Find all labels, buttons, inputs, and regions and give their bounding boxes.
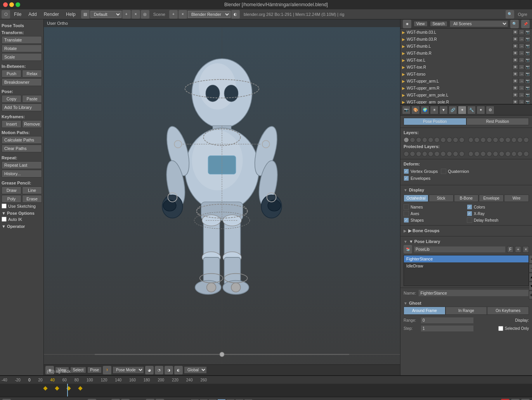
viewport-shade4-icon[interactable]: ◐	[174, 366, 183, 374]
blender-logo[interactable]: ⬡	[2, 10, 10, 19]
vis-arrow-3[interactable]: →	[519, 50, 524, 56]
outliner-item-wgt-upper-arm-r[interactable]: ▶ WGT-upper_arm.R 👁 → 📷	[400, 84, 532, 91]
prot-dot-3[interactable]	[416, 151, 421, 157]
range-input[interactable]	[421, 317, 474, 324]
outliner-item-wgt-thumb03l[interactable]: ▶ WGT-thumb.03.L 👁 → 📷	[400, 29, 532, 36]
delay-refresh-checkbox[interactable]	[467, 217, 472, 223]
vis-arrow-6[interactable]: →	[519, 71, 524, 77]
pose-lib-add-side-btn[interactable]: +	[529, 255, 532, 264]
prot-dot-5[interactable]	[428, 151, 433, 157]
vis-eye-3[interactable]: 👁	[513, 50, 518, 56]
colors-check-item[interactable]: ✓ Colors	[467, 204, 529, 210]
shapes-check-item[interactable]: ✓ Shapes	[404, 217, 466, 223]
vis-arrow-9[interactable]: →	[519, 92, 524, 98]
prot-dot-12[interactable]	[474, 151, 480, 157]
layer-dot-1-10[interactable]	[459, 137, 464, 143]
prot-dot-11[interactable]	[468, 151, 474, 157]
prot-dot-15[interactable]	[493, 151, 498, 157]
delay-refresh-check-item[interactable]: Delay Refresh	[467, 217, 529, 223]
view-mode-icon[interactable]: ▤	[81, 10, 90, 19]
vis-arrow-10[interactable]: →	[519, 99, 524, 104]
prot-dot-18[interactable]	[511, 151, 517, 157]
draw-button[interactable]: Draw	[2, 186, 21, 194]
layer-dot-2-6[interactable]	[499, 137, 504, 143]
use-sketching-checkbox[interactable]	[2, 203, 7, 209]
vis-cam-4[interactable]: 📷	[525, 57, 530, 63]
wire-button[interactable]: Wire	[504, 195, 529, 202]
pose-lib-add-button[interactable]: +	[515, 246, 521, 253]
vis-eye-4[interactable]: 👁	[513, 57, 518, 63]
prop-btn-world[interactable]: ☀	[430, 106, 438, 114]
erase-button[interactable]: Erase	[22, 195, 42, 203]
layer-dot-1-3[interactable]	[416, 137, 421, 143]
prot-dot-20[interactable]	[523, 151, 529, 157]
breakdowner-button[interactable]: Breakdowner	[2, 78, 42, 86]
line-button[interactable]: Line	[22, 186, 42, 194]
axes-check-item[interactable]: Axes	[404, 211, 466, 216]
rotate-button[interactable]: Rotate	[2, 45, 42, 52]
window-controls[interactable]	[3, 2, 20, 7]
quaternion-checkbox[interactable]	[441, 169, 446, 174]
vis-eye-5[interactable]: 👁	[513, 64, 518, 70]
pose-library-name-input[interactable]	[414, 246, 506, 253]
envelope-button[interactable]: Envelope	[479, 195, 504, 202]
vis-arrow-8[interactable]: →	[519, 85, 524, 91]
menu-add[interactable]: Add	[25, 11, 40, 18]
prot-dot-10[interactable]	[459, 151, 464, 157]
pose-lib-rem-side-btn[interactable]: −	[529, 264, 532, 272]
operator-title[interactable]: ▼ Operator	[2, 224, 42, 229]
names-check-item[interactable]: Names	[404, 204, 466, 210]
remove-button[interactable]: Remove	[22, 120, 42, 128]
around-frame-button[interactable]: Around Frame	[404, 307, 445, 315]
layer-dot-1-2[interactable]	[410, 137, 415, 143]
vertex-groups-check[interactable]: ✓ Vertex Groups	[404, 169, 438, 174]
prot-dot-13[interactable]	[480, 151, 486, 157]
viewport-shading2-icon[interactable]: ◔	[155, 366, 163, 374]
menu-help[interactable]: Help	[63, 11, 79, 18]
outliner-search-icon[interactable]: 🔍	[510, 20, 519, 28]
pose-lib-remove-button[interactable]: ×	[523, 246, 529, 253]
pose-lib-up-btn[interactable]: ▲	[529, 273, 532, 281]
quaternion-check[interactable]: Quaternion	[441, 169, 469, 174]
prot-dot-8[interactable]	[447, 151, 452, 157]
rest-position-button[interactable]: Rest Position	[466, 118, 529, 125]
pose-position-button[interactable]: Pose Position	[404, 118, 466, 125]
pose-lib-down-btn[interactable]: ▼	[529, 282, 532, 290]
scene-nav-icon[interactable]: ×	[178, 10, 187, 19]
outliner-item-wgt-toer[interactable]: ▶ WGT-toe.R 👁 → 📷	[400, 64, 532, 71]
prot-dot-4[interactable]	[422, 151, 428, 157]
prop-btn-particles[interactable]: ✦	[477, 106, 485, 114]
vis-arrow-4[interactable]: →	[519, 57, 524, 63]
translate-button[interactable]: Translate	[2, 36, 42, 44]
menu-file[interactable]: File	[11, 11, 24, 18]
pose-library-header[interactable]: ▼ ▼ Pose Library	[404, 238, 529, 245]
pose-mode-icon[interactable]: 🚶	[103, 366, 111, 374]
scale-button[interactable]: Scale	[2, 53, 42, 61]
vis-eye-1[interactable]: 👁	[513, 36, 518, 42]
vis-cam-1[interactable]: 📷	[525, 36, 530, 42]
outliner-item-wgt-upper-arm-pole-r[interactable]: ▶ WGT-upper_arm_pole.R 👁 → 📷	[400, 98, 532, 104]
outliner-item-wgt-thumbl[interactable]: ▶ WGT-thumb.L 👁 → 📷	[400, 43, 532, 50]
layer-dot-2-4[interactable]	[487, 137, 492, 143]
display-header[interactable]: ▼ Display	[404, 188, 529, 192]
pose-lib-f-button[interactable]: F	[507, 246, 513, 253]
vis-arrow-7[interactable]: →	[519, 78, 524, 84]
prop-btn-render[interactable]: 🎨	[411, 106, 420, 114]
vis-eye-2[interactable]: 👁	[513, 43, 518, 49]
envelopes-check[interactable]: ✓ Envelopes	[404, 176, 529, 181]
clear-paths-button[interactable]: Clear Paths	[2, 145, 42, 152]
viewport-canvas[interactable]: X Y	[44, 19, 400, 375]
name-input[interactable]	[418, 290, 529, 297]
minimize-button[interactable]	[9, 2, 14, 7]
layer-dot-2-5[interactable]	[493, 137, 498, 143]
viewport-shade3-icon[interactable]: ◑	[165, 366, 173, 374]
render-icon[interactable]: ◐	[231, 10, 240, 19]
close-button[interactable]	[3, 2, 8, 7]
pose-mode-selector[interactable]: Pose Mode	[113, 366, 144, 374]
scene-props-icon[interactable]: +	[169, 10, 178, 19]
prop-btn-data[interactable]: ✦	[458, 106, 466, 114]
prot-dot-2[interactable]	[410, 151, 415, 157]
vis-eye-7[interactable]: 👁	[513, 78, 518, 84]
xray-check-item[interactable]: ✓ X-Ray	[467, 211, 529, 216]
auto-ik-checkbox[interactable]	[2, 217, 7, 222]
